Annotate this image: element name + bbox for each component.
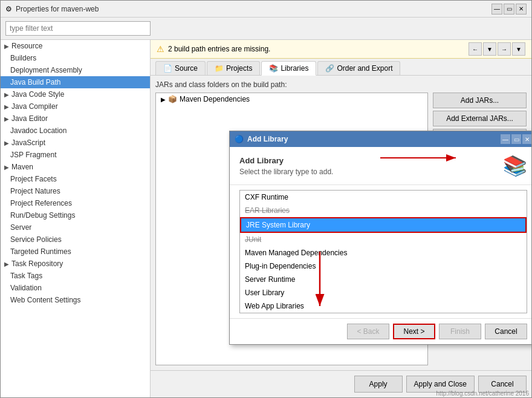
path-list-item-maven[interactable]: ▶ 📦 Maven Dependencies <box>156 93 427 105</box>
sidebar-label-task-repository: Task Repository <box>11 259 63 268</box>
apply-button[interactable]: Apply <box>354 376 403 393</box>
tab-projects[interactable]: 📁 Projects <box>207 61 260 75</box>
warning-bar: ⚠ 2 build path entries are missing. ← ▼ … <box>151 40 531 59</box>
dialog-restore-button[interactable]: ▭ <box>511 134 521 144</box>
sidebar-label-targeted-runtimes: Targeted Runtimes <box>10 247 71 256</box>
add-jars-button[interactable]: Add JARs... <box>433 93 527 108</box>
dialog-item-jre[interactable]: JRE System Library <box>240 217 527 233</box>
tab-projects-label: Projects <box>226 64 252 73</box>
projects-tab-icon: 📁 <box>215 64 224 73</box>
nav-back-button[interactable]: ← <box>469 42 482 56</box>
expand-arrow-resource: ▶ <box>4 43 9 50</box>
nav-arrows: ← ▼ → ▼ <box>469 42 525 56</box>
dialog-header: Add Library Select the library type to a… <box>230 147 531 185</box>
sidebar-item-resource[interactable]: ▶ Resource <box>1 40 150 52</box>
sidebar-label-maven: Maven <box>11 163 33 171</box>
expand-arrow-javascript: ▶ <box>4 140 9 146</box>
tab-source[interactable]: 📄 Source <box>155 61 206 75</box>
sidebar-label-deployment: Deployment Assembly <box>10 66 82 74</box>
add-external-jars-button[interactable]: Add External JARs... <box>433 111 527 126</box>
right-panel: ⚠ 2 build path entries are missing. ← ▼ … <box>151 40 531 397</box>
sidebar-item-java-code-style[interactable]: ▶ Java Code Style <box>1 88 150 100</box>
title-bar-left: ⚙ Properties for maven-web <box>5 5 99 13</box>
sidebar-item-project-facets[interactable]: Project Facets <box>1 173 150 185</box>
maven-dep-icon: 📦 <box>168 95 177 103</box>
sidebar-item-jsp-fragment[interactable]: JSP Fragment <box>1 149 150 161</box>
warning-icon: ⚠ <box>157 44 164 54</box>
dialog-header-text: Add Library Select the library type to a… <box>239 156 333 176</box>
sidebar-item-targeted-runtimes[interactable]: Targeted Runtimes <box>1 246 150 258</box>
dialog-item-junit[interactable]: JUnit <box>240 233 527 246</box>
dialog-minimize-button[interactable]: — <box>501 134 510 144</box>
dialog-next-button[interactable]: Next > <box>393 324 435 339</box>
sidebar-item-server[interactable]: Server <box>1 221 150 233</box>
sidebar-item-web-content-settings[interactable]: Web Content Settings <box>1 294 150 306</box>
dialog-item-maven[interactable]: Maven Managed Dependencies <box>240 246 527 259</box>
libraries-tab-icon: 📚 <box>269 64 278 73</box>
tab-bar: 📄 Source 📁 Projects 📚 Libraries 🔗 <box>151 59 531 76</box>
sidebar-item-task-repository[interactable]: ▶ Task Repository <box>1 258 150 270</box>
sidebar-item-javadoc[interactable]: Javadoc Location <box>1 125 150 137</box>
dialog-footer: < Back Next > Finish Cancel <box>230 318 531 344</box>
sidebar-label-service-policies: Service Policies <box>10 235 62 244</box>
tab-source-label: Source <box>175 64 198 73</box>
window-body: ▶ Resource Builders Deployment Assembly … <box>1 18 531 397</box>
window-title: Properties for maven-web <box>16 5 99 13</box>
sidebar-item-run-debug[interactable]: Run/Debug Settings <box>1 209 150 221</box>
nav-forward-button[interactable]: → <box>498 42 511 56</box>
section-label: JARs and class folders on the build path… <box>155 80 527 89</box>
dialog-item-user[interactable]: User Library <box>240 286 527 299</box>
filter-input[interactable] <box>5 21 151 36</box>
dialog-finish-button[interactable]: Finish <box>439 324 481 339</box>
nav-dropdown-button[interactable]: ▼ <box>483 42 496 56</box>
expand-arrow-java-compiler: ▶ <box>4 103 9 110</box>
sidebar-label-javascript: JavaScript <box>11 139 45 147</box>
warning-text: 2 build path entries are missing. <box>168 45 270 53</box>
tab-order-export[interactable]: 🔗 Order and Export <box>317 61 400 75</box>
sidebar-label-java-editor: Java Editor <box>11 114 48 123</box>
sidebar-item-validation[interactable]: Validation <box>1 282 150 294</box>
sidebar-item-service-policies[interactable]: Service Policies <box>1 233 150 246</box>
dialog-list[interactable]: CXF Runtime EAR Libraries JRE System Lib… <box>239 190 527 313</box>
watermark: http://blog.csdn.net/catherine 2016 <box>436 390 529 397</box>
dialog-item-webapp[interactable]: Web App Libraries <box>240 299 527 313</box>
sidebar-item-java-build-path[interactable]: Java Build Path <box>1 76 150 88</box>
dialog-item-plugin[interactable]: Plug-in Dependencies <box>240 259 527 273</box>
tab-libraries-label: Libraries <box>281 64 308 73</box>
title-controls: — ▭ ✕ <box>491 4 527 15</box>
dialog-item-ear[interactable]: EAR Libraries <box>240 204 527 217</box>
sidebar-item-task-tags[interactable]: Task Tags <box>1 270 150 282</box>
sidebar-item-java-compiler[interactable]: ▶ Java Compiler <box>1 100 150 113</box>
sidebar-item-deployment-assembly[interactable]: Deployment Assembly <box>1 64 150 76</box>
title-bar: ⚙ Properties for maven-web — ▭ ✕ <box>1 1 531 18</box>
dialog-close-button[interactable]: ✕ <box>522 134 531 144</box>
sidebar-label-server: Server <box>10 223 31 232</box>
sidebar-item-java-editor[interactable]: ▶ Java Editor <box>1 113 150 125</box>
sidebar-item-javascript[interactable]: ▶ JavaScript <box>1 137 150 149</box>
dialog-item-server[interactable]: Server Runtime <box>240 273 527 286</box>
dialog-cancel-button[interactable]: Cancel <box>485 324 527 339</box>
restore-button[interactable]: ▭ <box>504 4 514 15</box>
minimize-button[interactable]: — <box>491 4 502 15</box>
expand-arrow-java-editor: ▶ <box>4 116 9 122</box>
sidebar-label-project-references: Project References <box>10 199 72 207</box>
sidebar-label-javadoc: Javadoc Location <box>10 126 66 135</box>
sidebar-item-project-natures[interactable]: Project Natures <box>1 185 150 197</box>
sidebar-item-maven[interactable]: ▶ Maven <box>1 161 150 173</box>
dialog-back-button[interactable]: < Back <box>347 324 389 339</box>
dialog-item-cxf[interactable]: CXF Runtime <box>240 191 527 204</box>
sidebar-label-resource: Resource <box>11 42 42 50</box>
nav-forward-dropdown[interactable]: ▼ <box>512 42 525 56</box>
sidebar-label-project-natures: Project Natures <box>10 187 60 195</box>
sidebar-label-java-compiler: Java Compiler <box>11 102 58 111</box>
sidebar-label-java-code-style: Java Code Style <box>11 90 64 99</box>
sidebar-label-web-content: Web Content Settings <box>10 296 81 304</box>
dialog-header-title: Add Library <box>239 156 333 165</box>
source-tab-icon: 📄 <box>163 64 172 73</box>
sidebar-item-project-references[interactable]: Project References <box>1 197 150 209</box>
close-button[interactable]: ✕ <box>516 4 527 15</box>
sidebar-item-builders[interactable]: Builders <box>1 52 150 64</box>
maven-dep-label: Maven Dependencies <box>180 95 250 103</box>
tab-libraries[interactable]: 📚 Libraries <box>261 61 316 76</box>
expand-arrow-task-repo: ▶ <box>4 261 9 267</box>
